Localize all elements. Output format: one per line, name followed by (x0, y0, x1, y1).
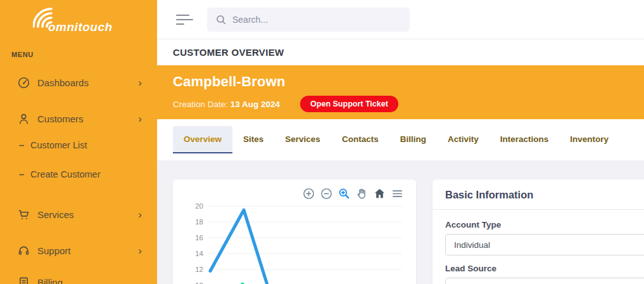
user-icon (17, 112, 30, 125)
sidebar-item-label: Support (37, 245, 71, 256)
zoom-in-icon[interactable] (303, 188, 315, 200)
sidebar-item-billing[interactable]: Billing (0, 273, 157, 284)
sidebar-item-label: Services (37, 209, 74, 220)
menu-section-label: MENU (11, 51, 34, 58)
reset-home-icon[interactable] (374, 188, 386, 200)
lead-source-input[interactable] (445, 278, 644, 284)
headset-icon (17, 244, 30, 257)
invoice-icon (17, 276, 30, 284)
chart-toolbar (303, 188, 403, 200)
sidebar-item-services[interactable]: Services › (0, 205, 157, 223)
svg-text:20: 20 (195, 202, 203, 210)
pan-hand-icon[interactable] (356, 188, 368, 200)
sidebar-subitem-customer-list[interactable]: – Customer List (0, 138, 157, 153)
hamburger-menu-icon[interactable] (176, 13, 194, 26)
search-icon (216, 15, 226, 25)
chevron-right-icon: › (138, 113, 142, 124)
svg-text:16: 16 (195, 234, 203, 242)
open-support-ticket-button[interactable]: Open Support Ticket (300, 96, 398, 112)
sidebar-item-support[interactable]: Support › (0, 242, 157, 259)
tab-interactions[interactable]: Interactions (489, 126, 560, 153)
brand-wifi-arcs-icon: omnitouch (33, 5, 134, 37)
chart-menu-icon[interactable] (391, 188, 403, 200)
basic-information-card: Basic Information Account Type Lead Sour… (432, 179, 644, 284)
svg-text:14: 14 (195, 250, 203, 257)
customer-banner: Campbell-Brown Creation Date: 13 Aug 202… (157, 65, 644, 119)
content-area: 201816141210 Basic Information Account T… (157, 160, 644, 284)
sidebar-subitem-label: Create Customer (30, 169, 100, 179)
brand-logo[interactable]: omnitouch (33, 5, 134, 37)
tab-inventory[interactable]: Inventory (559, 126, 619, 153)
creation-date: Creation Date: 13 Aug 2024 (173, 100, 280, 109)
chevron-right-icon: › (138, 209, 142, 220)
account-type-input[interactable] (445, 234, 644, 255)
card-title: Basic Information (445, 189, 644, 201)
search-box[interactable] (207, 8, 410, 32)
gauge-icon (17, 76, 30, 89)
sidebar-subitem-label: Customer List (30, 140, 87, 150)
customer-name: Campbell-Brown (173, 74, 628, 90)
account-type-label: Account Type (445, 220, 644, 229)
sidebar: omnitouch MENU Dashboards › Customers › … (0, 0, 157, 284)
sidebar-subitem-create-customer[interactable]: – Create Customer (0, 167, 157, 182)
tab-services[interactable]: Services (274, 126, 331, 153)
svg-text:10: 10 (195, 281, 203, 284)
chevron-right-icon: › (138, 77, 142, 88)
sidebar-item-customers[interactable]: Customers › (0, 110, 157, 127)
search-input[interactable] (232, 15, 391, 25)
chart-card: 201816141210 (173, 179, 416, 284)
tabs-row: Overview Sites Services Contacts Billing… (157, 119, 644, 160)
topbar (157, 0, 644, 39)
card-header: Basic Information (432, 179, 644, 210)
page-title: CUSTOMER OVERVIEW (173, 47, 284, 58)
chevron-right-icon: › (138, 245, 142, 256)
tab-billing[interactable]: Billing (389, 126, 437, 153)
sidebar-item-label: Dashboards (37, 77, 89, 88)
page-title-bar: CUSTOMER OVERVIEW (157, 39, 644, 65)
sub-item-dash-icon: – (19, 140, 24, 150)
cart-icon (17, 208, 30, 221)
tab-contacts[interactable]: Contacts (331, 126, 389, 153)
sidebar-item-label: Billing (37, 277, 63, 284)
tab-overview[interactable]: Overview (173, 126, 232, 153)
sidebar-item-label: Customers (37, 113, 84, 124)
sidebar-item-dashboards[interactable]: Dashboards › (0, 74, 157, 91)
zoom-out-icon[interactable] (320, 188, 332, 200)
svg-text:18: 18 (195, 218, 203, 226)
svg-text:12: 12 (195, 266, 203, 273)
selection-zoom-icon[interactable] (338, 188, 350, 200)
tab-sites[interactable]: Sites (232, 126, 274, 153)
sub-item-dash-icon: – (19, 169, 24, 179)
lead-source-label: Lead Source (445, 264, 644, 273)
tab-activity[interactable]: Activity (437, 126, 489, 153)
brand-name: omnitouch (48, 20, 113, 34)
main-area: CUSTOMER OVERVIEW Campbell-Brown Creatio… (157, 0, 644, 284)
